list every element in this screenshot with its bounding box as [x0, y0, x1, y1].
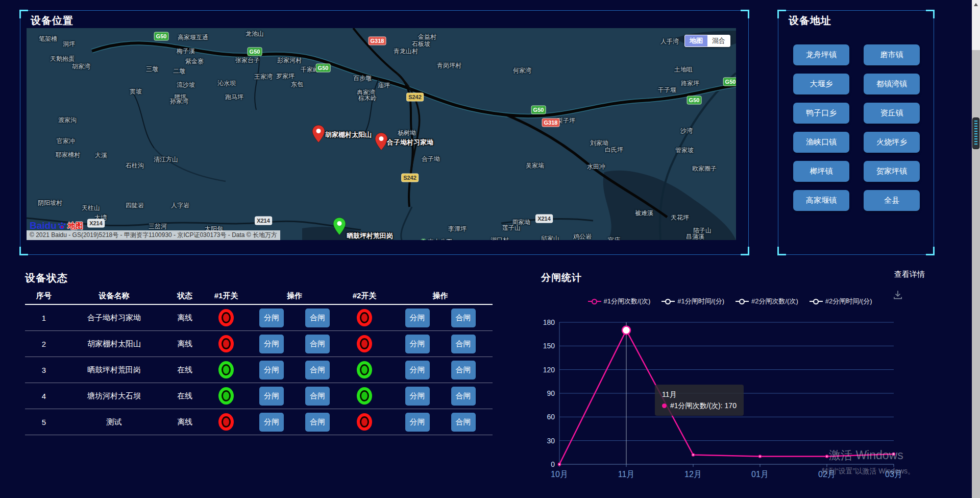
device-index-cell: 1 — [25, 314, 63, 322]
corner-accent — [926, 247, 935, 255]
switch1-cell — [204, 309, 248, 326]
legend-item[interactable]: #2分闸时间/(分) — [810, 297, 872, 306]
road-badge-g50: G50 — [687, 96, 702, 105]
switch2-indicator — [357, 335, 372, 352]
breaker-close-button[interactable]: 合闸 — [305, 335, 330, 353]
switch2-cell — [341, 387, 388, 405]
road-badge-g318: G318 — [542, 118, 560, 127]
breaker-open-button[interactable]: 分闸 — [405, 387, 430, 406]
road-badge-g50: G50 — [531, 106, 546, 114]
legend-marker-icon — [588, 301, 601, 302]
address-town-button[interactable]: 都镇湾镇 — [864, 74, 920, 94]
legend-item[interactable]: #1分闸次数/(次) — [588, 297, 651, 306]
address-town-button[interactable]: 火烧坪乡 — [864, 132, 920, 153]
map-panel-title: 设备位置 — [31, 14, 74, 28]
breaker-close-button[interactable]: 合闸 — [305, 387, 330, 406]
switch1-indicator — [218, 361, 234, 378]
map-place-label: 百步墩 — [353, 74, 372, 83]
road-badge-s242: S242 — [401, 174, 419, 182]
map-place-label: 官庄 — [608, 236, 620, 240]
page-scrollbar[interactable] — [972, 0, 980, 498]
map-place-label: 沙湾 — [680, 127, 693, 135]
switch1-indicator — [218, 335, 234, 352]
scroll-up-arrow-icon[interactable] — [974, 3, 978, 6]
breaker-close-button[interactable]: 合闸 — [305, 361, 330, 380]
chart-tooltip: 11月 #1分闸次数/(次): 170 — [655, 385, 744, 416]
switch2-cell — [341, 309, 388, 326]
device-status-table: 序号设备名称状态#1开关操作#2开关操作1合子坳村习家坳离线分闸合闸分闸合闸2胡… — [25, 288, 493, 435]
map-place-label: 笔架槽 — [39, 35, 57, 43]
address-town-button[interactable]: 贺家坪镇 — [864, 161, 920, 182]
device-index-cell: 2 — [25, 340, 63, 348]
address-town-button[interactable]: 渔峡口镇 — [793, 132, 849, 153]
scrollbar-top-track[interactable] — [972, 0, 980, 50]
baidu-map[interactable]: 笔架槽洞坪天鹅抱蛋胡家湾三墩二墩梅子溪紫金寨高家堰互通龙池山张家台子彭家河村千家… — [27, 28, 736, 240]
breaker-close-button[interactable]: 合闸 — [451, 387, 476, 406]
map-place-label: 跑马坪 — [225, 93, 243, 102]
device-pin-icon[interactable] — [312, 125, 325, 143]
scrollbar-thumb[interactable] — [972, 117, 979, 149]
table-header-cell: #2开关 — [341, 291, 388, 301]
breaker-open-button[interactable]: 分闸 — [259, 309, 284, 327]
y-axis-label: 30 — [547, 437, 555, 445]
breaker-close-button[interactable]: 合闸 — [451, 335, 476, 353]
tooltip-value: #1分闸次数/(次): 170 — [670, 401, 737, 410]
ops-cell: 分闸合闸 — [248, 309, 341, 327]
baidu-paw-icon — [57, 221, 66, 230]
device-status-cell: 离线 — [165, 417, 204, 427]
legend-marker-icon — [662, 301, 675, 302]
legend-item[interactable]: #2分闸次数/(次) — [736, 297, 798, 306]
switch1-cell — [204, 335, 248, 352]
chart-point-center — [559, 464, 560, 465]
address-town-button[interactable]: 全县 — [864, 190, 920, 211]
road-badge-g50: G50 — [723, 78, 736, 86]
x-axis-label: 12月 — [684, 470, 702, 479]
map-place-label: 路家坪 — [681, 79, 699, 88]
device-pin-icon[interactable] — [375, 132, 388, 151]
map-place-label: 杨树坳 — [398, 129, 416, 137]
breaker-open-button[interactable]: 分闸 — [259, 361, 284, 380]
x-axis-label: 11月 — [618, 470, 635, 479]
map-place-label: 罗家坪 — [276, 72, 295, 81]
series-dot-icon — [662, 404, 667, 408]
map-place-label: 石柱沟 — [126, 161, 144, 170]
breaker-close-button[interactable]: 合闸 — [451, 309, 476, 327]
map-type-map-button[interactable]: 地图 — [685, 35, 707, 46]
device-status-cell: 在线 — [165, 365, 204, 375]
map-place-label: 人手湾 — [660, 37, 679, 46]
breaker-close-button[interactable]: 合闸 — [305, 413, 330, 432]
breaker-open-button[interactable]: 分闸 — [405, 335, 430, 353]
map-place-label: 梅子溪 — [177, 47, 195, 56]
breaker-open-button[interactable]: 分闸 — [259, 387, 284, 406]
ops-cell: 分闸合闸 — [388, 361, 493, 380]
baidu-wordmark: Baidu — [30, 220, 57, 231]
address-town-button[interactable]: 资丘镇 — [864, 103, 920, 124]
map-place-label: 青岗坪村 — [437, 61, 461, 70]
address-town-button[interactable]: 鸭子口乡 — [793, 103, 849, 124]
legend-item[interactable]: #1分闸时间/(分) — [662, 297, 724, 306]
map-place-label: 人字岩 — [171, 201, 189, 210]
breaker-open-button[interactable]: 分闸 — [405, 413, 430, 432]
breaker-close-button[interactable]: 合闸 — [451, 413, 476, 432]
address-town-button[interactable]: 大堰乡 — [793, 74, 849, 94]
breaker-close-button[interactable]: 合闸 — [305, 309, 330, 327]
address-town-button[interactable]: 高家堰镇 — [793, 190, 849, 211]
address-town-button[interactable]: 龙舟坪镇 — [793, 44, 849, 65]
breaker-open-button[interactable]: 分闸 — [405, 361, 430, 380]
address-town-button[interactable]: 榔坪镇 — [793, 161, 849, 182]
view-details-link[interactable]: 查看详情 — [894, 270, 925, 279]
breaker-open-button[interactable]: 分闸 — [259, 413, 284, 432]
table-header-cell: 操作 — [248, 291, 341, 301]
map-place-label: 李潭坪 — [448, 225, 467, 233]
table-header-cell: 操作 — [388, 291, 493, 301]
address-town-button[interactable]: 磨市镇 — [864, 44, 920, 65]
breaker-open-button[interactable]: 分闸 — [259, 335, 284, 353]
device-row: 4塘坊河村大石坝在线分闸合闸分闸合闸 — [25, 383, 493, 409]
breaker-close-button[interactable]: 合闸 — [451, 361, 476, 380]
status-section-title: 设备状态 — [25, 271, 68, 285]
map-type-hybrid-button[interactable]: 混合 — [707, 35, 730, 46]
breaker-open-button[interactable]: 分闸 — [405, 309, 430, 327]
road-badge-g50: G50 — [316, 64, 331, 73]
device-pin-icon[interactable] — [333, 217, 346, 235]
map-place-label: 棕木岭 — [358, 94, 377, 103]
